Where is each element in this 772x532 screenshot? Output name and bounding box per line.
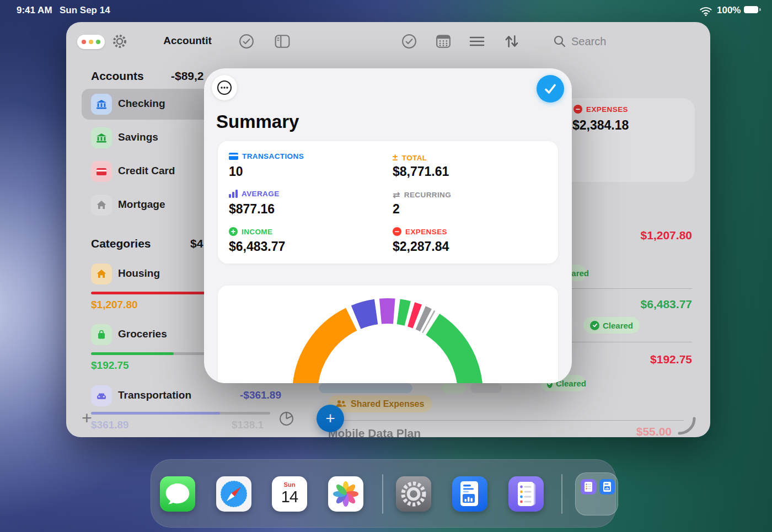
- plus-icon: +: [325, 409, 335, 428]
- dock-divider: [382, 474, 383, 514]
- transactions-stat-label: TRANSACTIONS: [229, 152, 304, 160]
- sidebar-item-label: Transportation: [118, 389, 191, 401]
- screen: 9:41 AM Sun Sep 14 100% Accountit: [0, 0, 772, 532]
- bank-icon: [91, 127, 112, 148]
- expenses-stat-value: $2,287.84: [393, 239, 449, 254]
- settings-gear-icon[interactable]: [111, 33, 128, 52]
- expenses-stat-label: − EXPENSES: [393, 227, 447, 236]
- filter-check-icon[interactable]: [401, 34, 417, 51]
- dock-app-documents[interactable]: [452, 476, 487, 512]
- window-controls[interactable]: [77, 35, 105, 49]
- keypad-icon[interactable]: [436, 34, 451, 51]
- status-time: 9:41 AM: [17, 5, 52, 16]
- done-button[interactable]: [537, 75, 564, 103]
- battery-percent: 100%: [717, 5, 741, 16]
- ellipsis-circle-icon: [216, 79, 233, 96]
- safari-icon: [216, 476, 251, 512]
- bag-icon: [91, 324, 112, 345]
- bar-chart-icon: [229, 190, 238, 198]
- sidebar-item-label: Housing: [118, 267, 160, 280]
- filter-lines-icon[interactable]: [469, 35, 485, 50]
- close-window-dot[interactable]: [82, 40, 86, 44]
- cleared-badge: Cleared: [583, 317, 640, 334]
- search-icon: [553, 35, 566, 50]
- sidebar-item-label: Mortgage: [118, 198, 165, 211]
- house-icon: [91, 264, 112, 284]
- wifi-icon: [699, 5, 712, 16]
- tasks-check-icon[interactable]: [239, 34, 254, 51]
- average-stat-label: AVERAGE: [229, 190, 280, 198]
- bank-icon: [91, 94, 112, 115]
- minus-circle-icon: −: [393, 227, 401, 236]
- dock-app-photos[interactable]: [328, 476, 363, 512]
- dock-app-library-folder[interactable]: [575, 472, 618, 515]
- shared-expenses-tag: Shared Expenses: [328, 395, 432, 412]
- search-input[interactable]: Search: [571, 35, 606, 48]
- dock-app-calendar[interactable]: Sun 14: [272, 476, 307, 512]
- add-account-button[interactable]: +: [82, 408, 92, 428]
- tag-pill: [319, 383, 412, 393]
- tag-pill: [441, 383, 467, 393]
- repeat-icon: ⇄: [393, 190, 400, 200]
- sidebar-item-transportation[interactable]: Transportation -$361.89: [82, 380, 284, 411]
- transaction-amount: $6,483.77: [641, 298, 692, 311]
- zoom-window-dot[interactable]: [96, 40, 100, 44]
- transaction-amount: $1,207.80: [641, 229, 692, 242]
- transportation-amount: -$361.89: [240, 389, 281, 401]
- resize-handle[interactable]: [675, 415, 696, 437]
- dock-app-tasks[interactable]: [508, 476, 544, 512]
- mini-app-tasks[interactable]: [581, 479, 596, 495]
- dock: Sun 14: [151, 459, 616, 528]
- total-stat-value: $8,771.61: [393, 164, 449, 179]
- document-chart-icon: [452, 476, 487, 512]
- messages-icon: [160, 476, 195, 512]
- average-stat-value: $877.16: [229, 202, 275, 217]
- add-transaction-button[interactable]: +: [317, 405, 344, 432]
- transportation-progress: [91, 412, 270, 415]
- minimize-window-dot[interactable]: [89, 40, 93, 44]
- dock-app-safari[interactable]: [216, 476, 251, 512]
- stats-card: TRANSACTIONS 10 ± TOTAL $8,771.61 AVERAG…: [218, 141, 558, 264]
- mini-app-documents[interactable]: [599, 479, 615, 495]
- dock-app-settings[interactable]: [396, 476, 431, 512]
- sort-arrows-icon[interactable]: [503, 33, 521, 52]
- calendar-weekday: Sun: [272, 481, 307, 488]
- modal-title: Summary: [216, 111, 299, 132]
- housing-amount: $1,207.80: [91, 299, 138, 311]
- expenses-card-label: − EXPENSES: [573, 105, 628, 114]
- row-divider: [328, 420, 684, 421]
- categories-header: Categories: [91, 237, 151, 250]
- transaction-amount: $55.00: [636, 425, 672, 437]
- transaction-amount: $192.75: [650, 353, 692, 366]
- calendar-day: 14: [272, 488, 307, 506]
- sidebar-item-label: Savings: [118, 131, 158, 143]
- check-icon: [543, 82, 557, 96]
- settings-gear-icon: [396, 476, 431, 512]
- transportation-spent: $361.89: [91, 419, 129, 431]
- checklist-icon: [508, 476, 544, 512]
- photos-icon: [328, 476, 363, 512]
- pie-chart-icon[interactable]: [279, 411, 294, 428]
- transactions-stat-value: 10: [229, 164, 243, 179]
- car-icon: [91, 385, 112, 406]
- recurring-stat-value: 2: [393, 202, 400, 217]
- groceries-amount: $192.75: [91, 359, 129, 372]
- credit-card-icon: [91, 161, 112, 182]
- dock-app-messages[interactable]: [160, 476, 195, 512]
- plus-minus-icon: ±: [393, 152, 398, 163]
- transaction-name: Mobile Data Plan: [328, 427, 421, 437]
- battery-icon: [744, 6, 758, 13]
- summary-modal: Summary TRANSACTIONS 10 ± TOTAL $8,771.6…: [204, 68, 572, 383]
- minus-circle-icon: −: [573, 105, 582, 114]
- accounts-total: -$89,2: [171, 69, 204, 83]
- plus-circle-icon: +: [229, 227, 238, 236]
- tag-pill: [470, 383, 502, 393]
- dock-divider: [561, 474, 562, 514]
- sidebar-toggle-icon[interactable]: [275, 34, 290, 51]
- card-icon: [229, 153, 238, 160]
- status-date: Sun Sep 14: [60, 5, 110, 16]
- sidebar-item-label: Credit Card: [118, 165, 175, 177]
- more-options-button[interactable]: [212, 75, 237, 100]
- recurring-stat-label: ⇄ RECURRING: [393, 190, 451, 200]
- chart-card: [218, 286, 558, 383]
